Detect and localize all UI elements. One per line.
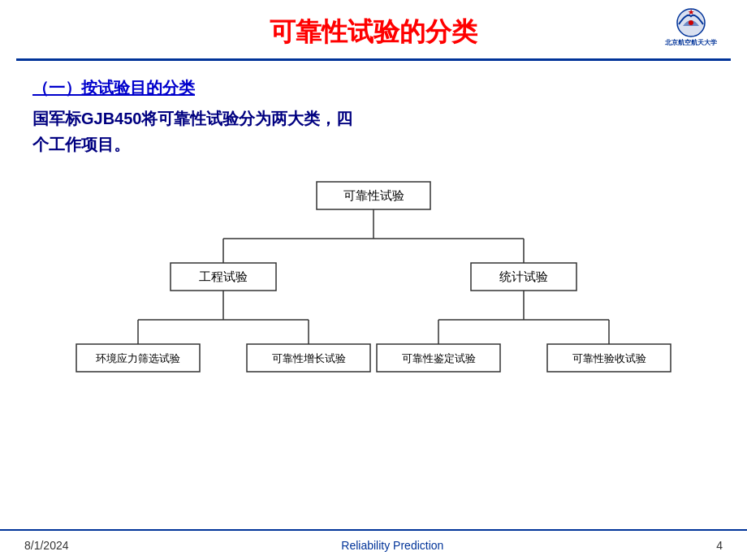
header: 可靠性试验的分类 北京航空航天大学 bbox=[0, 0, 747, 58]
main-content: （一）按试验目的分类 国军标GJB450将可靠性试验分为两大类，四 个工作项目。… bbox=[0, 61, 747, 409]
svg-point-2 bbox=[689, 20, 693, 25]
section-title: （一）按试验目的分类 bbox=[32, 77, 715, 99]
footer-page: 4 bbox=[716, 539, 723, 552]
section-body: 国军标GJB450将可靠性试验分为两大类，四 个工作项目。 bbox=[32, 106, 715, 157]
tree-svg: 可靠性试验 工程试验 统计试验 bbox=[65, 174, 682, 401]
svg-text:工程试验: 工程试验 bbox=[199, 269, 248, 283]
footer-date: 8/1/2024 bbox=[24, 539, 69, 552]
svg-text:可靠性增长试验: 可靠性增长试验 bbox=[272, 352, 346, 364]
page-title: 可靠性试验的分类 bbox=[270, 15, 477, 50]
svg-text:可靠性试验: 可靠性试验 bbox=[343, 188, 404, 202]
svg-text:环境应力筛选试验: 环境应力筛选试验 bbox=[96, 352, 180, 364]
svg-text:可靠性鉴定试验: 可靠性鉴定试验 bbox=[402, 352, 476, 364]
svg-text:统计试验: 统计试验 bbox=[499, 269, 548, 283]
footer-title: Reliability Prediction bbox=[341, 539, 443, 552]
logo-text: 北京航空航天大学 bbox=[665, 39, 717, 47]
svg-text:可靠性验收试验: 可靠性验收试验 bbox=[572, 352, 646, 364]
footer: 8/1/2024 Reliability Prediction 4 bbox=[0, 529, 747, 560]
tree-diagram: 可靠性试验 工程试验 统计试验 bbox=[32, 174, 715, 401]
section-body-line2: 个工作项目。 bbox=[32, 131, 715, 157]
section-body-line1: 国军标GJB450将可靠性试验分为两大类，四 bbox=[32, 106, 715, 131]
logo-area: 北京航空航天大学 bbox=[654, 8, 728, 53]
university-logo-icon bbox=[671, 8, 711, 39]
